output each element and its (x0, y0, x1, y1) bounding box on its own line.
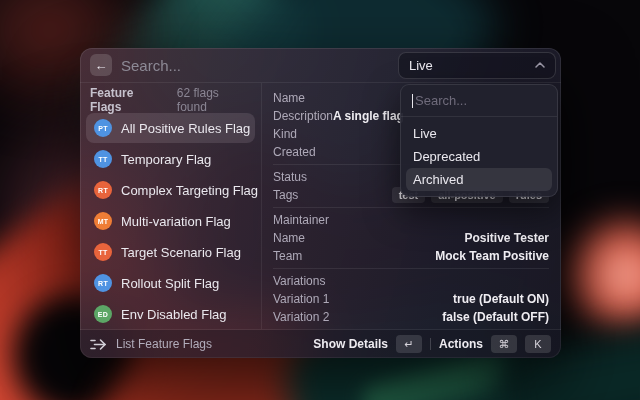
results-section-header: Feature Flags 62 flags found (86, 91, 255, 109)
list-item-temporary-flag[interactable]: TT Temporary Flag (86, 144, 255, 174)
run-command-icon (90, 338, 108, 351)
back-button[interactable]: ← (90, 54, 112, 76)
detail-label: Maintainer (273, 213, 329, 227)
detail-row-team: Team Mock Team Positive (273, 247, 549, 265)
list-item-label: Target Scenario Flag (121, 245, 241, 260)
detail-value: Positive Tester (465, 231, 549, 245)
status-dropdown-menu: Search... Live Deprecated Archived (400, 84, 558, 197)
detail-label: Kind (273, 127, 297, 141)
list-item-label: Multi-variation Flag (121, 214, 231, 229)
list-item-label: Temporary Flag (121, 152, 211, 167)
detail-row-variation-1: Variation 1 true (Default ON) (273, 290, 549, 308)
flag-badge: PT (94, 119, 112, 137)
list-item-label: Env Disabled Flag (121, 307, 227, 322)
list-item-rollout-split-flag[interactable]: RT Rollout Split Flag (86, 268, 255, 298)
detail-label: Created (273, 145, 316, 159)
actions-button[interactable]: Actions (439, 337, 483, 351)
list-item-env-disabled-flag[interactable]: ED Env Disabled Flag (86, 299, 255, 329)
flag-badge: MT (94, 212, 112, 230)
show-details-button[interactable]: Show Details (313, 337, 388, 351)
status-filter-value: Live (409, 58, 535, 73)
result-count: 62 flags found (177, 86, 251, 114)
detail-value: true (Default ON) (453, 292, 549, 306)
action-bar: List Feature Flags Show Details ↵ Action… (80, 330, 561, 358)
command-key-badge: ⌘ (491, 335, 517, 353)
status-filter-dropdown-button[interactable]: Live (398, 52, 556, 79)
chevron-up-icon (535, 62, 545, 68)
dropdown-option-deprecated[interactable]: Deprecated (406, 145, 552, 168)
detail-value: false (Default OFF) (442, 310, 549, 324)
detail-label: Variation 1 (273, 292, 329, 306)
list-item-target-scenario-flag[interactable]: TT Target Scenario Flag (86, 237, 255, 267)
detail-label: Team (273, 249, 302, 263)
detail-label: Name (273, 231, 305, 245)
detail-label: Status (273, 170, 307, 184)
detail-row-variation-2: Variation 2 false (Default OFF) (273, 308, 549, 326)
detail-row-variations: Variations (273, 272, 549, 290)
detail-label: Tags (273, 188, 298, 202)
detail-label: Name (273, 91, 305, 105)
flag-badge: RT (94, 274, 112, 292)
list-item-multi-variation-flag[interactable]: MT Multi-variation Flag (86, 206, 255, 236)
list-item-label: Rollout Split Flag (121, 276, 219, 291)
desktop: ← Search... Live Feature Flags 62 flags … (0, 0, 640, 400)
flag-badge: TT (94, 243, 112, 261)
list-item-all-positive-rules-flag[interactable]: PT All Positive Rules Flag (86, 113, 255, 143)
command-name: List Feature Flags (116, 337, 305, 351)
k-key-badge: K (525, 335, 551, 353)
list-item-complex-targeting-flag[interactable]: RT Complex Targeting Flag (86, 175, 255, 205)
dropdown-options: Live Deprecated Archived (401, 117, 557, 196)
list-item-label: All Positive Rules Flag (121, 121, 250, 136)
flag-badge: TT (94, 150, 112, 168)
dropdown-search-placeholder: Search... (415, 93, 467, 108)
text-cursor (412, 94, 413, 108)
flag-badge: ED (94, 305, 112, 323)
dropdown-option-archived[interactable]: Archived (406, 168, 552, 191)
divider (273, 268, 549, 269)
flag-list: PT All Positive Rules Flag TT Temporary … (86, 113, 255, 329)
detail-row-maintainer: Maintainer (273, 211, 549, 229)
detail-row-maintainer-name: Name Positive Tester (273, 229, 549, 247)
list-item-label: Complex Targeting Flag (121, 183, 258, 198)
detail-label: Variation 2 (273, 310, 329, 324)
dropdown-search-input[interactable]: Search... (401, 85, 557, 117)
results-list-panel: Feature Flags 62 flags found PT All Posi… (80, 83, 262, 329)
section-title: Feature Flags (90, 86, 167, 114)
flag-badge: RT (94, 181, 112, 199)
divider (273, 207, 549, 208)
detail-value: Mock Team Positive (435, 249, 549, 263)
arrow-left-icon: ← (95, 59, 108, 72)
window-header: ← Search... Live (80, 48, 561, 82)
dropdown-option-live[interactable]: Live (406, 122, 552, 145)
command-palette-window: ← Search... Live Feature Flags 62 flags … (80, 48, 561, 358)
detail-label: Variations (273, 274, 325, 288)
search-input[interactable]: Search... (121, 57, 398, 74)
divider (430, 338, 431, 350)
enter-key-badge: ↵ (396, 335, 422, 353)
detail-label: Description (273, 109, 333, 123)
